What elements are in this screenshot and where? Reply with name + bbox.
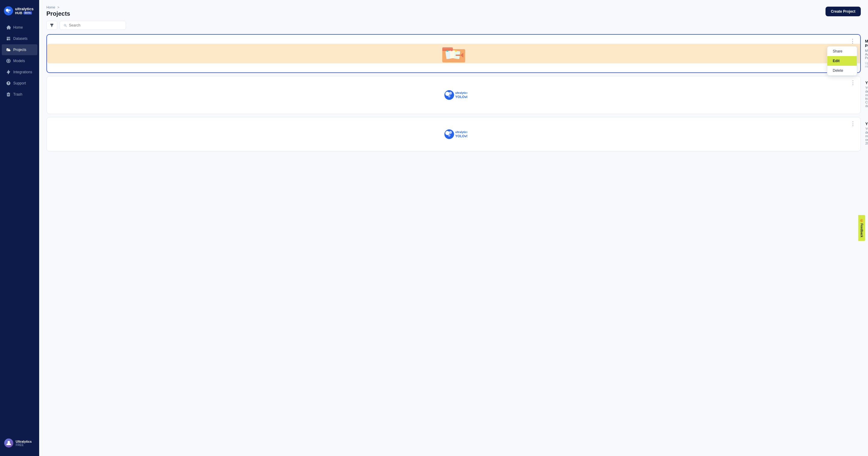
logo-area: ultralytics HUB BETA <box>0 4 39 22</box>
sidebar-item-integrations[interactable]: Integrations <box>2 67 37 78</box>
breadcrumb: Home > <box>46 5 70 9</box>
avatar-icon <box>6 440 12 446</box>
svg-point-4 <box>7 441 10 443</box>
trash-icon <box>6 92 11 97</box>
sidebar-item-projects[interactable]: Projects <box>2 44 37 55</box>
user-name: Ultralytics <box>16 440 32 443</box>
projects-icon <box>6 47 11 52</box>
more-options-button-yolov8[interactable]: ⋮ <box>848 79 858 86</box>
sidebar-item-trash[interactable]: Trash <box>2 89 37 100</box>
svg-point-17 <box>449 92 452 95</box>
sidebar-item-datasets[interactable]: Datasets <box>2 33 37 44</box>
create-project-button[interactable]: Create Project <box>826 7 861 16</box>
dropdown-delete[interactable]: Delete <box>827 66 857 76</box>
feedback-icon: 😊 <box>860 219 863 222</box>
sidebar: ultralytics HUB BETA Home Datasets <box>0 0 39 456</box>
sidebar-item-models-label: Models <box>13 59 25 63</box>
card-info-yolov8: YOLOv8 🔒 YOLOv8 detection models trained… <box>861 76 868 114</box>
sidebar-item-models[interactable]: Models <box>2 56 37 66</box>
support-icon <box>6 81 11 86</box>
svg-rect-11 <box>451 50 453 51</box>
toolbar <box>46 21 861 30</box>
svg-text:ultralytics: ultralytics <box>455 131 467 134</box>
page-header: Home > Projects Create Project <box>39 0 868 21</box>
content-area: My Project 🔒 My Awesome Project Updated … <box>39 21 868 162</box>
logo-text: ultralytics HUB BETA <box>15 7 33 15</box>
page-title: Projects <box>46 10 70 17</box>
hub-label: HUB <box>15 11 22 15</box>
brand-name: ultralytics <box>15 7 33 11</box>
sidebar-item-trash-label: Trash <box>13 92 22 96</box>
svg-text:ultralytics: ultralytics <box>455 91 467 94</box>
project-card-my-project[interactable]: My Project 🔒 My Awesome Project Updated … <box>46 34 861 73</box>
dropdown-menu-my-project: Share Edit Delete <box>827 46 857 76</box>
user-profile[interactable]: Ultralytics FREE <box>2 436 37 450</box>
search-input[interactable] <box>69 23 122 27</box>
feedback-button[interactable]: 😊 Feedback <box>858 215 865 241</box>
card-thumbnail-my-project <box>47 44 860 63</box>
yolov8-logo: ultralytics YOLOv8 <box>440 85 467 105</box>
sidebar-item-support[interactable]: Support <box>2 78 37 89</box>
sidebar-item-home[interactable]: Home <box>2 22 37 33</box>
card-info-yolov5u: YOLOv5u 🔒 YOLOv5u detection models train… <box>861 117 868 151</box>
card-actions-yolov5u: ⋮ <box>848 120 858 127</box>
beta-badge: BETA <box>24 11 32 15</box>
card-actions-yolov8: ⋮ <box>848 79 858 86</box>
svg-point-23 <box>449 131 452 134</box>
home-icon <box>6 25 11 30</box>
project-updated-my-project: Updated 5 minutes ago <box>865 61 868 68</box>
more-options-button-yolov5u[interactable]: ⋮ <box>848 120 858 127</box>
sidebar-item-projects-label: Projects <box>13 48 26 52</box>
dropdown-share[interactable]: Share <box>827 47 857 56</box>
title-area: Home > Projects <box>46 5 70 17</box>
main-content: Home > Projects Create Project <box>39 0 868 456</box>
filter-button[interactable] <box>46 21 57 30</box>
project-title-yolov5u: YOLOv5u <box>865 121 868 126</box>
svg-text:YOLOv8: YOLOv8 <box>455 95 467 98</box>
svg-point-24 <box>448 134 451 137</box>
sidebar-nav: Home Datasets Projects Models <box>0 22 39 100</box>
svg-rect-14 <box>456 55 460 56</box>
project-desc-yolov8: YOLOv8 detection models trained on the C… <box>865 86 868 108</box>
svg-rect-12 <box>455 50 457 52</box>
user-info: Ultralytics FREE <box>16 440 32 447</box>
search-box <box>60 21 126 30</box>
feedback-label: Feedback <box>860 224 863 237</box>
folder-illustration <box>442 44 466 63</box>
card-title-row-yolov8: YOLOv8 🔒 <box>865 81 868 85</box>
svg-point-18 <box>448 95 451 97</box>
card-actions-my-project: ⋮ Share Edit Delete <box>848 38 857 44</box>
svg-text:YOLOv5: YOLOv5 <box>455 134 467 138</box>
datasets-icon <box>6 36 11 41</box>
card-title-row-yolov5u: YOLOv5u 🔒 <box>865 121 868 126</box>
project-card-yolov5u[interactable]: ultralytics YOLOv5 YOLOv5u 🔒 YOLOv5u det… <box>46 117 861 151</box>
card-title-row: My Project 🔒 <box>865 39 868 48</box>
user-avatar <box>4 438 13 448</box>
sidebar-item-support-label: Support <box>13 81 26 85</box>
svg-point-3 <box>7 11 9 13</box>
project-card-yolov8[interactable]: ultralytics YOLOv8 YOLOv8 🔒 YOLOv8 detec… <box>46 76 861 114</box>
search-icon <box>64 24 67 27</box>
more-options-button-my-project[interactable]: ⋮ <box>848 38 857 44</box>
project-title-my-project: My Project <box>865 39 868 48</box>
user-plan: FREE <box>16 443 32 447</box>
edit-arrow <box>827 58 827 64</box>
integrations-icon <box>6 70 11 75</box>
breadcrumb-home[interactable]: Home <box>46 5 55 9</box>
yolov5-logo: ultralytics YOLOv5 <box>440 124 467 144</box>
card-info-my-project: My Project 🔒 My Awesome Project Updated … <box>860 35 868 73</box>
sidebar-bottom: Ultralytics FREE <box>0 434 39 452</box>
project-title-yolov8: YOLOv8 <box>865 81 868 85</box>
models-icon <box>6 58 11 63</box>
svg-point-2 <box>9 9 10 11</box>
sidebar-item-home-label: Home <box>13 25 23 30</box>
project-desc-my-project: My Awesome Project <box>865 49 868 60</box>
project-desc-yolov5u: YOLOv5u detection models trained on the … <box>865 127 868 145</box>
card-thumbnail-yolov8: ultralytics YOLOv8 <box>47 85 861 105</box>
sidebar-item-integrations-label: Integrations <box>13 70 32 74</box>
breadcrumb-separator: > <box>57 5 59 9</box>
sidebar-item-datasets-label: Datasets <box>13 36 27 41</box>
dropdown-edit[interactable]: Edit <box>827 56 857 66</box>
svg-rect-10 <box>446 50 448 52</box>
ultralytics-logo-icon <box>4 6 13 16</box>
